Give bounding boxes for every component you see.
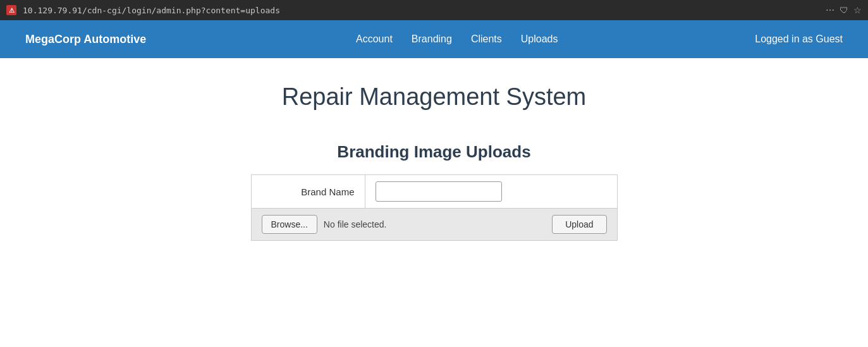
brand-name-row: Brand Name [252,175,617,209]
star-icon[interactable]: ☆ [853,5,862,15]
main-content: Repair Management System Branding Image … [0,58,868,266]
browser-favicon: ⚠ [6,5,16,15]
nav-link-account[interactable]: Account [356,33,393,45]
browser-chrome: ⚠ 10.129.79.91/cdn-cgi/login/admin.php?c… [0,0,868,20]
navbar-links: Account Branding Clients Uploads [178,33,736,45]
file-status-text: No file selected. [324,219,387,229]
browser-url: 10.129.79.91/cdn-cgi/login/admin.php?con… [23,6,819,15]
browser-icons: ⋯ 🛡 ☆ [826,5,862,15]
browse-button[interactable]: Browse... [262,215,317,234]
file-upload-row: Browse... No file selected. Upload [252,209,617,240]
upload-button[interactable]: Upload [552,215,606,234]
navbar-user-status: Logged in as Guest [755,33,843,45]
section-title: Branding Image Uploads [337,142,530,162]
file-upload-cell: Browse... No file selected. Upload [252,209,617,240]
page-title: Repair Management System [282,83,587,111]
shield-icon[interactable]: 🛡 [840,5,848,15]
more-icon[interactable]: ⋯ [826,5,834,15]
upload-form: Brand Name Browse... No file selected. U… [251,174,618,241]
brand-name-input-cell [365,175,617,208]
brand-name-label: Brand Name [252,175,365,208]
nav-link-uploads[interactable]: Uploads [521,33,558,45]
nav-link-branding[interactable]: Branding [412,33,452,45]
navbar: MegaCorp Automotive Account Branding Cli… [0,20,868,58]
nav-link-clients[interactable]: Clients [471,33,502,45]
navbar-brand[interactable]: MegaCorp Automotive [25,33,146,46]
brand-name-input[interactable] [376,181,502,202]
